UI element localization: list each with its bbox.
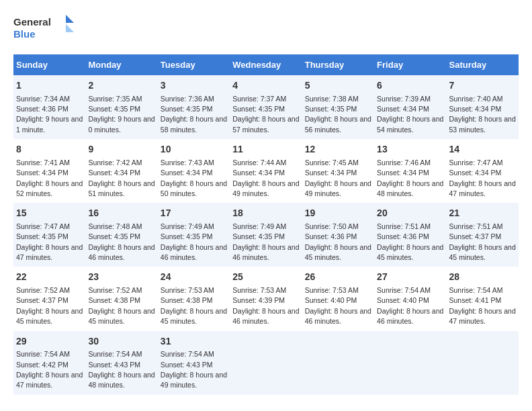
day-cell-18: 18Sunrise: 7:49 AMSunset: 4:35 PMDayligh… [230, 203, 302, 267]
header-row: SundayMondayTuesdayWednesdayThursdayFrid… [13, 54, 519, 75]
day-cell-30: 30Sunrise: 7:54 AMSunset: 4:43 PMDayligh… [85, 331, 157, 395]
day-number: 5 [305, 79, 371, 93]
day-number: 23 [88, 271, 154, 284]
day-cell-3: 3Sunrise: 7:36 AMSunset: 4:35 PMDaylight… [158, 75, 230, 139]
col-header-wednesday: Wednesday [230, 54, 302, 75]
col-header-sunday: Sunday [13, 54, 85, 75]
day-cell-19: 19Sunrise: 7:50 AMSunset: 4:36 PMDayligh… [302, 203, 374, 267]
day-cell-10: 10Sunrise: 7:43 AMSunset: 4:34 PMDayligh… [158, 139, 230, 203]
week-row-2: 8Sunrise: 7:41 AMSunset: 4:34 PMDaylight… [13, 139, 519, 203]
col-header-tuesday: Tuesday [158, 54, 230, 75]
empty-cell [374, 331, 446, 395]
day-number: 1 [16, 79, 83, 93]
day-number: 12 [305, 143, 371, 156]
day-number: 28 [449, 271, 516, 284]
week-row-3: 15Sunrise: 7:47 AMSunset: 4:35 PMDayligh… [13, 203, 519, 267]
day-number: 10 [161, 143, 227, 156]
day-number: 6 [377, 79, 443, 93]
day-cell-9: 9Sunrise: 7:42 AMSunset: 4:34 PMDaylight… [85, 139, 157, 203]
day-cell-23: 23Sunrise: 7:52 AMSunset: 4:38 PMDayligh… [85, 267, 157, 330]
col-header-saturday: Saturday [447, 54, 519, 75]
day-cell-11: 11Sunrise: 7:44 AMSunset: 4:34 PMDayligh… [230, 139, 302, 203]
day-number: 17 [161, 207, 227, 220]
col-header-monday: Monday [85, 54, 157, 75]
day-cell-20: 20Sunrise: 7:51 AMSunset: 4:36 PMDayligh… [374, 203, 446, 267]
day-cell-5: 5Sunrise: 7:38 AMSunset: 4:35 PMDaylight… [302, 75, 374, 139]
day-cell-7: 7Sunrise: 7:40 AMSunset: 4:34 PMDaylight… [447, 75, 519, 139]
day-cell-1: 1Sunrise: 7:34 AMSunset: 4:36 PMDaylight… [13, 75, 85, 139]
logo: General Blue [13, 13, 74, 44]
day-cell-22: 22Sunrise: 7:52 AMSunset: 4:37 PMDayligh… [13, 267, 85, 330]
week-row-1: 1Sunrise: 7:34 AMSunset: 4:36 PMDaylight… [13, 75, 519, 139]
day-cell-14: 14Sunrise: 7:47 AMSunset: 4:34 PMDayligh… [447, 139, 519, 203]
day-number: 8 [16, 143, 83, 156]
day-cell-17: 17Sunrise: 7:49 AMSunset: 4:35 PMDayligh… [158, 203, 230, 267]
day-cell-4: 4Sunrise: 7:37 AMSunset: 4:35 PMDaylight… [230, 75, 302, 139]
empty-cell [447, 331, 519, 395]
svg-marker-3 [66, 24, 74, 32]
day-cell-27: 27Sunrise: 7:54 AMSunset: 4:40 PMDayligh… [374, 267, 446, 330]
day-number: 3 [161, 79, 227, 93]
day-number: 26 [305, 271, 371, 284]
day-cell-31: 31Sunrise: 7:54 AMSunset: 4:43 PMDayligh… [158, 331, 230, 395]
day-number: 18 [232, 207, 299, 220]
col-header-friday: Friday [374, 54, 446, 75]
day-number: 2 [88, 79, 154, 93]
svg-text:Blue: Blue [13, 28, 36, 40]
svg-text:General: General [13, 16, 51, 28]
day-number: 9 [88, 143, 154, 156]
day-number: 13 [377, 143, 443, 156]
day-number: 15 [16, 207, 83, 220]
day-number: 25 [232, 271, 299, 284]
day-cell-2: 2Sunrise: 7:35 AMSunset: 4:35 PMDaylight… [85, 75, 157, 139]
empty-cell [302, 331, 374, 395]
day-cell-12: 12Sunrise: 7:45 AMSunset: 4:34 PMDayligh… [302, 139, 374, 203]
day-number: 14 [449, 143, 516, 156]
day-number: 7 [449, 79, 516, 93]
calendar-table: SundayMondayTuesdayWednesdayThursdayFrid… [13, 54, 519, 395]
day-cell-13: 13Sunrise: 7:46 AMSunset: 4:34 PMDayligh… [374, 139, 446, 203]
svg-marker-2 [66, 15, 74, 23]
day-number: 22 [16, 271, 83, 284]
day-number: 11 [232, 143, 299, 156]
day-number: 24 [161, 271, 227, 284]
day-cell-25: 25Sunrise: 7:53 AMSunset: 4:39 PMDayligh… [230, 267, 302, 330]
day-cell-24: 24Sunrise: 7:53 AMSunset: 4:38 PMDayligh… [158, 267, 230, 330]
day-number: 30 [88, 335, 154, 349]
day-cell-28: 28Sunrise: 7:54 AMSunset: 4:41 PMDayligh… [447, 267, 519, 330]
col-header-thursday: Thursday [302, 54, 374, 75]
day-number: 16 [88, 207, 154, 220]
day-cell-26: 26Sunrise: 7:53 AMSunset: 4:40 PMDayligh… [302, 267, 374, 330]
day-number: 29 [16, 335, 83, 349]
week-row-4: 22Sunrise: 7:52 AMSunset: 4:37 PMDayligh… [13, 267, 519, 330]
day-cell-21: 21Sunrise: 7:51 AMSunset: 4:37 PMDayligh… [447, 203, 519, 267]
day-cell-8: 8Sunrise: 7:41 AMSunset: 4:34 PMDaylight… [13, 139, 85, 203]
day-number: 20 [377, 207, 443, 220]
day-number: 27 [377, 271, 443, 284]
day-cell-16: 16Sunrise: 7:48 AMSunset: 4:35 PMDayligh… [85, 203, 157, 267]
day-number: 31 [161, 335, 227, 349]
empty-cell [230, 331, 302, 395]
day-number: 19 [305, 207, 371, 220]
header: General Blue [13, 13, 519, 44]
day-cell-6: 6Sunrise: 7:39 AMSunset: 4:34 PMDaylight… [374, 75, 446, 139]
logo-svg: General Blue [13, 13, 74, 44]
day-cell-15: 15Sunrise: 7:47 AMSunset: 4:35 PMDayligh… [13, 203, 85, 267]
week-row-5: 29Sunrise: 7:54 AMSunset: 4:42 PMDayligh… [13, 331, 519, 395]
day-cell-29: 29Sunrise: 7:54 AMSunset: 4:42 PMDayligh… [13, 331, 85, 395]
day-number: 4 [232, 79, 299, 93]
day-number: 21 [449, 207, 516, 220]
